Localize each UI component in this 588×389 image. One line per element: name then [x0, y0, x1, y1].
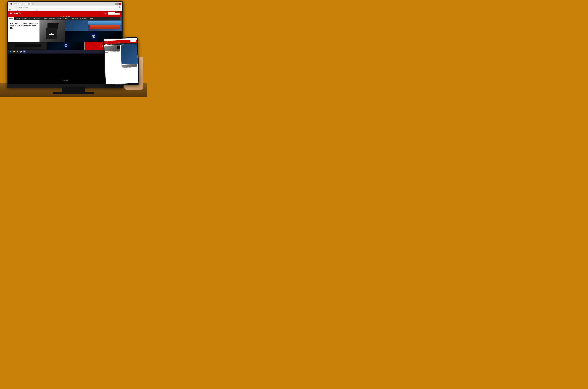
nav-laptops[interactable]: LAPTOPS: [41, 17, 49, 20]
bottom-article-2[interactable]: 💀: [47, 42, 84, 50]
steam-icon: [16, 51, 18, 53]
menu-icon[interactable]: ≡: [120, 6, 121, 8]
chrome-icon: [20, 51, 22, 53]
tablet-main-headline: Boxx Apexx 5: Here's what a 36-core, 5-G…: [105, 51, 120, 53]
nav-howto[interactable]: HOW-TO: [21, 17, 28, 20]
bookmark-imported[interactable]: 📁 Imported From IE: [25, 9, 35, 11]
bookmark-apps-label: Apps: [11, 9, 13, 11]
tablet-main-article[interactable]: Boxx Apexx 5: Here's what a 36-core, 5-G…: [104, 45, 122, 84]
bookmark-se-label: se: [38, 9, 39, 11]
url-text: www.pcworld.com: [18, 6, 28, 8]
pcworld-logo[interactable]: PCWorld: [10, 12, 21, 15]
bookmark-apps[interactable]: Apps: [9, 9, 13, 11]
taskbar-steam[interactable]: [16, 50, 19, 53]
tablet-device[interactable]: ← → www.pcworld.com PCWorld f 𝕏 g⁺ Work.…: [103, 37, 140, 86]
window-close-btn[interactable]: ✕: [119, 3, 121, 5]
pcworld-nav: NEWS REVIEWS HOW-TO VIDEO BUSINESS LAPTO…: [8, 17, 122, 20]
title-bar-right: thomas ─ □ ✕: [110, 3, 121, 5]
browser-toolbar: ← → C www.pcworld.com 👤 ≡: [8, 5, 122, 9]
bookmark-se[interactable]: 🔗 se: [36, 9, 39, 11]
apps-grid-icon: [9, 9, 10, 11]
tablet-nav-phones[interactable]: PHONES: [112, 44, 114, 45]
tab-favicon: ⏻: [10, 3, 12, 4]
skull-icon: 💀: [92, 34, 96, 38]
tablet-side-art-1-text: H...: [121, 44, 137, 46]
tab-close-btn[interactable]: ✕: [28, 3, 30, 5]
nav-dropdown-btn[interactable]: ▾: [119, 17, 122, 20]
tablet-social-icons: f 𝕏 g⁺: [110, 41, 113, 42]
bookmark-suggested[interactable]: ★ Suggested Sites: [15, 9, 24, 11]
pcworld-subscribe-btn[interactable]: SUBSCRIBE: [115, 11, 122, 13]
tablet-back-btn[interactable]: ←: [105, 39, 106, 40]
side-article-1[interactable]: H...: [65, 20, 122, 31]
star-icon: ★: [15, 9, 16, 11]
nav-tablets[interactable]: TABLETS: [49, 17, 56, 20]
toolbar-icons: 👤 ≡: [118, 6, 121, 8]
bottom-skull-icon: 💀: [64, 44, 68, 47]
tablet-screen: ← → www.pcworld.com PCWorld f 𝕏 g⁺ Work.…: [104, 38, 138, 85]
tv-brand-label: SHARP: [62, 79, 69, 81]
tablet-nav-reviews[interactable]: REVIEWS: [107, 44, 110, 45]
tablet-side-articles: H... How to turn your old phone into a b…: [121, 44, 139, 84]
other-bookmarks[interactable]: Other bookmarks ▾: [112, 9, 121, 11]
tablet-fb-icon: f: [110, 41, 111, 42]
folder-icon: 📁: [25, 9, 26, 11]
twitter-icon[interactable]: 𝕏: [104, 13, 105, 14]
tablet-fwd-btn[interactable]: →: [106, 39, 107, 40]
folder-taskbar-icon: 📁: [13, 51, 15, 53]
browser-tab[interactable]: ⏻ PCWorld - News, tips and ... ✕: [9, 2, 31, 5]
main-article-headline: Boxx Apexx 5: Here's what a 36-core, 5-G…: [10, 22, 39, 29]
refresh-button[interactable]: C: [15, 6, 17, 8]
tablet-side-art-1[interactable]: H...: [121, 44, 138, 64]
main-article[interactable]: Boxx Apexx 5: Here's what a 36-core, 5-G…: [8, 20, 65, 42]
taskbar-chrome[interactable]: [19, 50, 22, 53]
pcworld-tagline: Work. Life. Productivity.: [8, 16, 122, 17]
nav-reviews[interactable]: REVIEWS: [14, 17, 21, 20]
pcworld-social-icons: f 𝕏 g⁺: [103, 13, 107, 14]
main-article-image: ✕ BOXX BOXX: [39, 20, 65, 42]
other-bookmarks-label: Other bookmarks: [112, 9, 120, 11]
tablet-howto-img: [122, 64, 137, 67]
tablet-main-img: [105, 45, 120, 51]
tablet-container: ← → www.pcworld.com PCWorld f 𝕏 g⁺ Work.…: [104, 36, 142, 88]
tablet-nav-news[interactable]: NEWS: [105, 44, 107, 45]
windows-start-button[interactable]: [9, 50, 12, 53]
browser-chrome: ⏻ PCWorld - News, tips and ... ✕ + thoma…: [8, 2, 122, 11]
tv-stand-base: [53, 92, 94, 94]
nav-phones[interactable]: PHONES: [56, 17, 63, 20]
bottom-article-1[interactable]: [8, 42, 47, 50]
matrix-text: 0100101010001010010100101000101010100101…: [66, 32, 121, 33]
nav-business[interactable]: BUSINESS: [33, 17, 41, 20]
bookmark-se-icon: 🔗: [36, 9, 37, 11]
nav-news[interactable]: NEWS: [8, 17, 14, 20]
googleplus-icon[interactable]: g⁺: [105, 13, 107, 14]
window-maximize-btn[interactable]: □: [117, 3, 119, 5]
pcworld-header: SUBSCRIBE PCWorld f 𝕏 g⁺ 🔍: [8, 11, 122, 16]
facebook-icon[interactable]: f: [103, 13, 103, 14]
tablet-url: www.pcworld.com: [108, 39, 112, 40]
nav-hardware[interactable]: HARDWARE: [63, 17, 71, 20]
address-bar[interactable]: www.pcworld.com: [18, 6, 117, 8]
nav-gadgets[interactable]: GADGETS: [87, 17, 95, 20]
tablet-search-bar[interactable]: [130, 40, 136, 42]
window-minimize-btn[interactable]: ─: [115, 3, 117, 5]
new-tab-button[interactable]: +: [32, 3, 34, 5]
gear-icon: ⚙: [23, 51, 25, 53]
nav-software[interactable]: SOFTWARE: [79, 17, 87, 20]
tablet-nav-tablets[interactable]: TABLETS: [115, 44, 117, 45]
bookmark-suggested-label: Suggested Sites: [16, 9, 24, 11]
windows-logo-icon: [10, 51, 11, 52]
bottom-matrix-overlay: 💀: [47, 42, 84, 50]
tablet-nav-howto[interactable]: HOW-TO: [110, 44, 112, 45]
back-button[interactable]: ←: [9, 6, 11, 8]
tablet-nav-hardware[interactable]: HARDWARE: [117, 44, 120, 44]
nav-security[interactable]: SECURITY: [71, 17, 79, 20]
tablet-side-art-2[interactable]: How to turn your old phone into a basic …: [121, 64, 138, 84]
forward-button[interactable]: →: [12, 6, 14, 8]
taskbar-settings[interactable]: ⚙: [23, 50, 26, 53]
taskbar-file-explorer[interactable]: 📁: [13, 50, 15, 53]
bookmarks-bar: Apps ★ Suggested Sites 📁 Imported From I…: [8, 9, 122, 11]
bookmark-imported-label: Imported From IE: [27, 9, 35, 11]
user-icon[interactable]: 👤: [118, 6, 120, 8]
nav-video[interactable]: VIDEO: [28, 17, 33, 20]
